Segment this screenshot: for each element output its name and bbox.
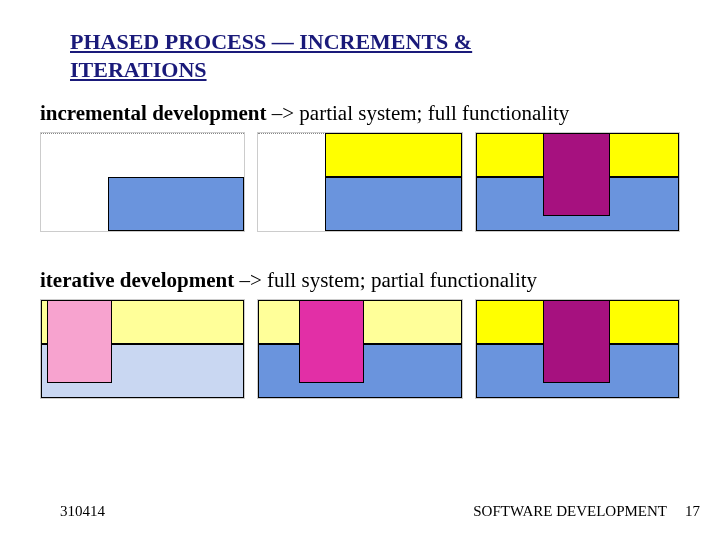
slide-title: PHASED PROCESS — INCREMENTS & ITERATIONS <box>70 28 510 83</box>
footer-mid: SOFTWARE DEVELOPMENT <box>473 503 667 520</box>
inc-cell-3 <box>475 132 680 232</box>
block-magenta <box>543 300 610 383</box>
incremental-row <box>40 132 680 232</box>
incremental-rest: –> partial system; full functionality <box>267 101 570 125</box>
inc-cell-2 <box>257 132 462 232</box>
incremental-heading: incremental development –> partial syste… <box>40 101 680 126</box>
block-yellow <box>325 133 461 177</box>
itr-cell-2 <box>257 299 462 399</box>
slide-footer: 310414 SOFTWARE DEVELOPMENT 17 <box>0 503 720 520</box>
inc-cell-1 <box>40 132 245 232</box>
footer-page: 17 <box>685 503 700 520</box>
block-blue <box>108 177 244 231</box>
iterative-rest: –> full system; partial functionality <box>234 268 537 292</box>
incremental-lead: incremental development <box>40 101 267 125</box>
block-blue <box>325 177 461 231</box>
itr-cell-1 <box>40 299 245 399</box>
itr-cell-3 <box>475 299 680 399</box>
iterative-lead: iterative development <box>40 268 234 292</box>
block-magenta <box>543 133 610 216</box>
footer-left: 310414 <box>60 503 473 520</box>
block-pink <box>47 300 112 383</box>
iterative-heading: iterative development –> full system; pa… <box>40 268 680 293</box>
block-magenta-bright <box>299 300 364 383</box>
iterative-row <box>40 299 680 399</box>
